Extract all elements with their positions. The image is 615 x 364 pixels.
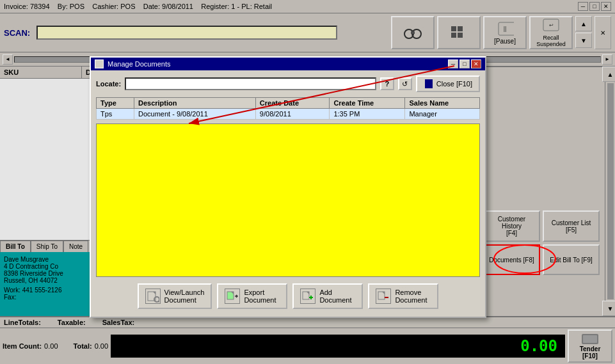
bookmark-icon <box>424 79 434 89</box>
remove-document-label: RemoveDocument <box>395 289 427 304</box>
col-type: Type <box>97 98 134 109</box>
modal-title-left: Manage Documents <box>95 59 170 68</box>
manage-documents-modal: Manage Documents ─ □ ✕ Locate: ? ↺ Close… <box>90 56 486 318</box>
export-document-button[interactable]: ExportDocument <box>217 283 287 309</box>
locate-refresh-button[interactable]: ↺ <box>398 77 412 90</box>
cell-sales-name: Manager <box>405 109 480 120</box>
document-body-area <box>96 123 480 277</box>
modal-minimize-button[interactable]: ─ <box>448 59 458 68</box>
view-icon <box>147 290 159 303</box>
add-icon <box>300 289 315 304</box>
locate-label: Locate: <box>96 80 121 88</box>
locate-input[interactable] <box>125 77 376 90</box>
modal-title-icon <box>95 59 104 68</box>
table-header: Type Description Create Date Create Time… <box>97 98 480 109</box>
modal-titlebar: Manage Documents ─ □ ✕ <box>91 58 485 70</box>
export-doc-icon <box>226 290 239 303</box>
document-action-buttons: View/LaunchDocument ExportDocument <box>96 281 480 312</box>
add-document-button[interactable]: AddDocument <box>292 283 363 309</box>
col-sales-name: Sales Name <box>405 98 480 109</box>
svg-line-18 <box>159 301 159 303</box>
view-launch-label: View/LaunchDocument <box>164 289 205 304</box>
locate-help-button[interactable]: ? <box>380 77 394 90</box>
remove-doc-icon <box>377 290 390 303</box>
table-body: Tps Document - 9/08/2011 9/08/2011 1:35 … <box>97 109 480 120</box>
col-create-date: Create Date <box>255 98 330 109</box>
close-modal-button[interactable]: Close [F10] <box>416 75 480 92</box>
modal-maximize-button[interactable]: □ <box>459 59 470 68</box>
cell-type: Tps <box>97 109 134 120</box>
col-description: Description <box>134 98 255 109</box>
close-modal-label: Close [F10] <box>436 80 472 88</box>
export-document-label: ExportDocument <box>244 289 276 304</box>
add-document-label: AddDocument <box>319 289 351 304</box>
modal-controls: ─ □ ✕ <box>448 59 481 68</box>
view-launch-icon <box>145 289 161 304</box>
modal-close-button[interactable]: ✕ <box>471 59 481 68</box>
documents-table: Type Description Create Date Create Time… <box>96 97 480 120</box>
cell-create-date: 9/08/2011 <box>255 109 330 120</box>
locate-row: Locate: ? ↺ Close [F10] <box>96 75 480 92</box>
add-doc-icon <box>301 290 314 303</box>
cell-description: Document - 9/08/2011 <box>134 109 255 120</box>
remove-icon <box>376 289 391 304</box>
table-row[interactable]: Tps Document - 9/08/2011 9/08/2011 1:35 … <box>97 109 480 120</box>
remove-document-button[interactable]: RemoveDocument <box>368 283 438 309</box>
cell-create-time: 1:35 PM <box>330 109 405 120</box>
col-create-time: Create Time <box>330 98 405 109</box>
modal-title: Manage Documents <box>108 60 170 68</box>
view-launch-button[interactable]: View/LaunchDocument <box>138 283 212 309</box>
modal-content: Locate: ? ↺ Close [F10] Type Description… <box>91 70 485 317</box>
export-icon <box>225 289 240 304</box>
